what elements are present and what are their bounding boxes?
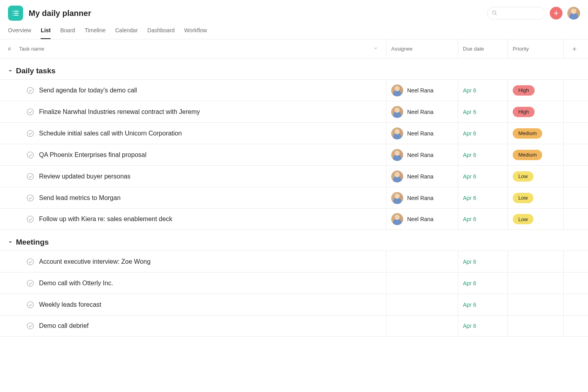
priority-cell[interactable] [508,294,563,315]
due-date-cell[interactable]: Apr 6 [458,80,508,101]
svg-point-22 [27,323,33,329]
task-name-cell[interactable]: Finalize Narwhal Industries renewal cont… [19,108,386,116]
task-name-cell[interactable]: Schedule initial sales call with Unicorn… [19,129,386,137]
column-due-date[interactable]: Due date [458,39,508,58]
due-date-cell[interactable]: Apr 6 [458,251,508,272]
section-header: Meetings [0,230,588,251]
task-name-cell[interactable]: Send lead metrics to Morgan [19,194,386,202]
tab-calendar[interactable]: Calendar [115,27,138,39]
user-avatar[interactable] [567,7,580,20]
task-name: Weekly leads forecast [39,301,101,308]
assignee-cell[interactable]: Neel Rana [386,144,458,165]
tab-workflow[interactable]: Workflow [184,27,207,39]
task-name-cell[interactable]: Review updated buyer personas [19,172,386,180]
complete-check-icon[interactable] [26,194,34,202]
due-date-cell[interactable]: Apr 6 [458,294,508,315]
priority-cell[interactable]: Medium [508,123,563,144]
task-name-cell[interactable]: Send agenda for today's demo call [19,86,386,94]
tab-timeline[interactable]: Timeline [85,27,106,39]
collapse-icon[interactable] [8,240,13,245]
assignee-cell[interactable] [386,272,458,294]
assignee-cell[interactable]: Neel Rana [386,166,458,187]
due-date-cell[interactable]: Apr 6 [458,316,508,336]
assignee-name: Neel Rana [407,195,433,201]
tab-board[interactable]: Board [60,27,75,39]
task-row[interactable]: QA Phoenix Enterprises final proposalNee… [0,144,588,165]
add-column-button[interactable] [563,39,580,58]
due-date-cell[interactable]: Apr 6 [458,101,508,122]
complete-check-icon[interactable] [26,172,34,180]
tab-list[interactable]: List [41,27,51,39]
due-date-cell[interactable]: Apr 6 [458,123,508,144]
task-row[interactable]: Finalize Narwhal Industries renewal cont… [0,101,588,122]
assignee-cell[interactable]: Neel Rana [386,187,458,208]
priority-cell[interactable]: Low [508,187,563,208]
project-title[interactable]: My daily planner [29,9,482,18]
task-name-cell[interactable]: Weekly leads forecast [19,301,386,309]
add-button[interactable] [550,7,563,20]
priority-cell[interactable]: Medium [508,144,563,165]
complete-check-icon[interactable] [26,301,34,309]
priority-cell[interactable]: Low [508,209,563,229]
section-title[interactable]: Daily tasks [16,67,55,75]
task-row[interactable]: Demo call debriefApr 6 [0,315,588,337]
due-date-cell[interactable]: Apr 6 [458,272,508,294]
complete-check-icon[interactable] [26,322,34,330]
app-header: My daily planner [0,0,588,21]
complete-check-icon[interactable] [26,86,34,94]
due-date-cell[interactable]: Apr 6 [458,144,508,165]
due-date-cell[interactable]: Apr 6 [458,187,508,208]
complete-check-icon[interactable] [26,215,34,223]
priority-cell[interactable] [508,251,563,272]
column-assignee[interactable]: Assignee [386,39,458,58]
svg-point-20 [27,280,33,286]
assignee-cell[interactable] [386,294,458,315]
task-row[interactable]: Review updated buyer personasNeel RanaAp… [0,165,588,187]
task-row[interactable]: Schedule initial sales call with Unicorn… [0,122,588,144]
tab-overview[interactable]: Overview [8,27,31,39]
search-icon [492,10,497,17]
due-date-cell[interactable]: Apr 6 [458,209,508,229]
priority-cell[interactable]: High [508,101,563,122]
column-number[interactable]: # [8,46,19,52]
assignee-cell[interactable] [386,251,458,272]
task-row[interactable]: Weekly leads forecastApr 6 [0,294,588,315]
task-name-cell[interactable]: Demo call with Otterly Inc. [19,279,386,287]
priority-cell[interactable]: Low [508,166,563,187]
assignee-cell[interactable]: Neel Rana [386,80,458,101]
chevron-down-icon[interactable] [373,46,378,52]
priority-cell[interactable] [508,272,563,294]
task-name-cell[interactable]: Demo call debrief [19,322,386,330]
assignee-name: Neel Rana [407,87,433,94]
priority-cell[interactable]: High [508,80,563,101]
task-name-cell[interactable]: QA Phoenix Enterprises final proposal [19,151,386,159]
complete-check-icon[interactable] [26,129,34,137]
task-row[interactable]: Send lead metrics to MorganNeel RanaApr … [0,187,588,208]
task-name-cell[interactable]: Account executive interview: Zoe Wong [19,258,386,266]
complete-check-icon[interactable] [26,108,34,116]
assignee-cell[interactable]: Neel Rana [386,209,458,229]
svg-point-21 [27,302,33,308]
collapse-icon[interactable] [8,69,13,73]
task-row[interactable]: Send agenda for today's demo callNeel Ra… [0,79,588,101]
assignee-cell[interactable]: Neel Rana [386,101,458,122]
complete-check-icon[interactable] [26,258,34,266]
due-date-cell[interactable]: Apr 6 [458,166,508,187]
assignee-cell[interactable] [386,316,458,336]
search-box[interactable] [487,7,545,20]
task-name: Review updated buyer personas [39,173,130,180]
task-name-cell[interactable]: Follow up with Kiera re: sales enablemen… [19,215,386,223]
priority-cell[interactable] [508,316,563,336]
complete-check-icon[interactable] [26,151,34,159]
task-name: Demo call debrief [39,322,89,329]
task-row[interactable]: Demo call with Otterly Inc.Apr 6 [0,272,588,294]
column-task-name[interactable]: Task name [19,46,44,52]
column-priority[interactable]: Priority [508,39,563,58]
section-title[interactable]: Meetings [16,238,49,247]
svg-point-1 [13,11,14,12]
assignee-cell[interactable]: Neel Rana [386,123,458,144]
complete-check-icon[interactable] [26,279,34,287]
task-row[interactable]: Follow up with Kiera re: sales enablemen… [0,208,588,230]
tab-dashboard[interactable]: Dashboard [147,27,175,39]
task-row[interactable]: Account executive interview: Zoe WongApr… [0,251,588,272]
